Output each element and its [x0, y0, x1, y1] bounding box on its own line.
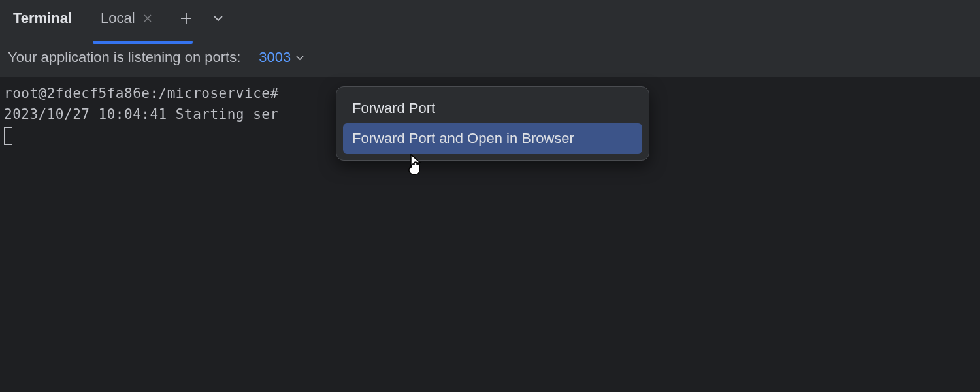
chevron-down-icon: [295, 52, 305, 63]
panel-title: Terminal: [13, 10, 72, 27]
port-context-menu: Forward Port Forward Port and Open in Br…: [336, 86, 649, 161]
tab-menu-chevron-icon[interactable]: [212, 12, 224, 24]
port-dropdown[interactable]: 3003: [259, 49, 305, 66]
port-number: 3003: [259, 49, 291, 66]
terminal-tab-bar: Terminal Local: [0, 0, 980, 37]
tab-local[interactable]: Local: [98, 0, 155, 37]
info-message: Your application is listening on ports:: [8, 49, 240, 66]
menu-item-forward-port-open-browser[interactable]: Forward Port and Open in Browser: [343, 123, 642, 154]
close-icon[interactable]: [143, 14, 152, 23]
menu-item-forward-port[interactable]: Forward Port: [343, 93, 642, 123]
new-tab-button[interactable]: [180, 12, 193, 25]
tab-label: Local: [101, 10, 135, 27]
terminal-cursor: [4, 127, 12, 145]
